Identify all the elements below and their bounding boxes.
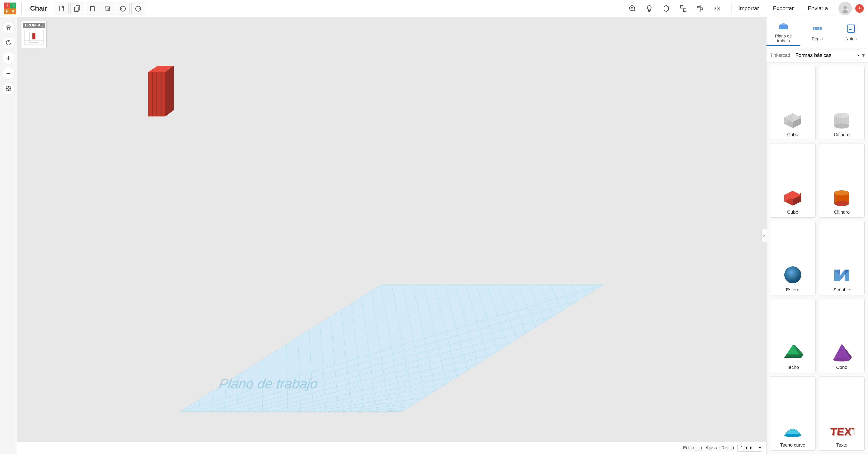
svg-rect-12 (700, 8, 703, 10)
svg-line-82 (186, 285, 201, 412)
shape-category: Tinkercad Formas básicas Texto Conectore… (767, 48, 868, 62)
svg-line-64 (582, 285, 603, 366)
left-panel: + − (0, 17, 17, 454)
text-shape-label: Texto (836, 442, 847, 448)
mirror-icon[interactable] (710, 2, 724, 15)
rotate-tool[interactable] (2, 36, 15, 49)
scribble-preview (829, 264, 855, 286)
logo-tl: T (4, 3, 10, 8)
svg-marker-7 (664, 5, 669, 12)
workplane-item[interactable]: Plano detrabajo (767, 19, 800, 46)
zoom-in-tool[interactable]: + (2, 52, 15, 64)
copy-button[interactable] (70, 2, 84, 15)
cylinder-grey-preview (829, 109, 855, 130)
notes-item[interactable]: Notes (834, 19, 868, 46)
svg-point-15 (844, 6, 846, 9)
ruler-icon (812, 24, 823, 36)
sphere-blue-label: Esfera (786, 287, 800, 293)
undo-button[interactable] (116, 2, 130, 15)
share-button[interactable]: Enviar a (801, 2, 835, 15)
delete-button[interactable] (101, 2, 115, 15)
thumbnail-panel[interactable]: FRONTAL (21, 21, 46, 48)
svg-point-137 (834, 201, 849, 206)
bulb-icon[interactable] (643, 2, 656, 15)
shape-text[interactable]: TEXT TEXT Texto (819, 376, 865, 451)
cylinder-orange-preview (829, 187, 855, 208)
collapse-panel-button[interactable]: › (762, 229, 767, 242)
cube-grey-preview (780, 109, 805, 130)
export-button[interactable]: Exportar (766, 2, 801, 15)
redo-button[interactable] (131, 2, 145, 15)
shape-cube-red[interactable]: Cubo (770, 143, 816, 218)
fit-tool[interactable] (2, 82, 15, 95)
shape-cone-purple[interactable]: Cono (819, 299, 865, 373)
cylinder-grey-label: Cilindro (834, 132, 850, 137)
sphere-blue-preview (780, 264, 805, 286)
svg-line-63 (572, 285, 603, 381)
align-icon[interactable] (693, 2, 707, 15)
zoom-out-tool[interactable]: − (2, 67, 15, 79)
shape-sphere-blue[interactable]: Esfera (770, 221, 816, 295)
svg-point-138 (834, 190, 849, 195)
grid-size-select[interactable]: 1 mm 0.1 mm 0.5 mm 2 mm 5 mm 10 mm (738, 444, 762, 452)
svg-rect-3 (90, 6, 94, 11)
main-area: + − FRONTAL (0, 17, 868, 454)
svg-rect-99 (848, 25, 855, 32)
category-dropdown[interactable]: Formas básicas Texto Conectores (792, 50, 860, 60)
svg-point-139 (784, 266, 801, 283)
thumbnail-label: FRONTAL (23, 23, 45, 28)
chevron-down-icon: ▾ (862, 52, 865, 58)
toolbar-right: Importar Exportar Enviar a + (626, 2, 864, 15)
cylinder-orange-label: Cilindro (834, 209, 850, 215)
inspect-icon[interactable] (626, 2, 639, 15)
logo-tr: I (10, 3, 16, 8)
new-button[interactable] (55, 2, 69, 15)
shape-cube-grey[interactable]: Cubo (770, 66, 816, 140)
svg-rect-26 (32, 33, 35, 39)
svg-text:Plano de trabajo: Plano de trabajo (218, 376, 319, 391)
shape-cylinder-orange[interactable]: Cilindro (819, 143, 865, 218)
right-panel: › Plano detrabajo (766, 17, 868, 454)
svg-rect-2 (74, 7, 78, 11)
svg-point-4 (629, 5, 634, 10)
user-avatar[interactable] (838, 2, 852, 15)
svg-point-5 (631, 7, 633, 9)
shape-curved-roof[interactable]: Techo curvo (770, 376, 816, 451)
shape-roof-green[interactable]: Techo (770, 299, 816, 373)
svg-line-6 (634, 10, 635, 11)
svg-rect-8 (680, 5, 683, 8)
toolbar-left (55, 2, 145, 15)
paste-button[interactable] (86, 2, 99, 15)
home-tool[interactable] (2, 21, 15, 34)
svg-marker-145 (784, 354, 803, 358)
cone-purple-preview (829, 342, 855, 363)
svg-marker-93 (779, 23, 788, 25)
svg-line-61 (551, 285, 603, 412)
ruler-item[interactable]: Regla (800, 19, 834, 46)
account-plus-icon[interactable]: + (855, 4, 864, 13)
cube-red-label: Cubo (787, 209, 798, 215)
svg-point-148 (833, 358, 850, 361)
group-icon[interactable] (659, 2, 673, 15)
workplane-icon (778, 21, 788, 33)
roof-green-label: Techo (786, 365, 799, 370)
notes-label: Notes (845, 36, 857, 41)
category-prefix: Tinkercad (770, 53, 790, 58)
svg-line-81 (199, 285, 212, 412)
chair-object[interactable] (146, 64, 176, 120)
svg-rect-92 (779, 25, 788, 29)
ungroup-icon[interactable] (676, 2, 690, 15)
roof-green-preview (780, 342, 805, 363)
app-logo: T I N K (4, 3, 16, 14)
svg-marker-87 (165, 66, 174, 117)
logo-br: K (10, 8, 16, 14)
import-button[interactable]: Importar (732, 2, 766, 15)
viewport[interactable]: FRONTAL (17, 17, 766, 454)
shapes-grid: Cubo (767, 62, 868, 454)
work-plane-grid: Plano de trabajo (137, 242, 646, 433)
shape-cylinder-grey[interactable]: Cilindro (819, 66, 865, 140)
svg-point-149 (784, 434, 801, 437)
top-bar: T I N K Chair (0, 0, 868, 17)
cube-red-preview (780, 187, 805, 208)
shape-scribble[interactable]: Scribble (819, 221, 865, 295)
